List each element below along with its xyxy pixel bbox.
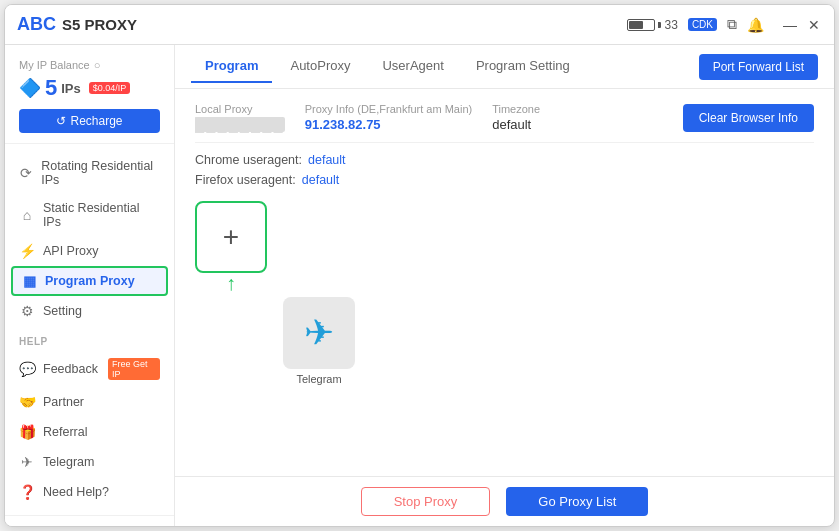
app-title: S5 PROXY	[62, 16, 137, 33]
sidebar-item-api[interactable]: ⚡ API Proxy	[5, 236, 174, 266]
sidebar-item-label: Feedback	[43, 362, 98, 376]
local-proxy-col: Local Proxy ████████	[195, 103, 285, 132]
bottom-bar: Stop Proxy Go Proxy List	[175, 476, 834, 526]
sidebar-item-program[interactable]: ▦ Program Proxy	[11, 266, 168, 296]
title-bar: ABC S5 PROXY 33 CDK ⧉ 🔔 — ✕	[5, 5, 834, 45]
port-forward-button[interactable]: Port Forward List	[699, 54, 818, 80]
bell-icon[interactable]: 🔔	[747, 17, 764, 33]
stop-proxy-button[interactable]: Stop Proxy	[361, 487, 491, 516]
ip-icon: 🔷	[19, 77, 41, 99]
programs-area: + ↑ ✈ Telegram	[195, 193, 814, 385]
sidebar-item-partner[interactable]: 🤝 Partner	[5, 387, 174, 417]
tab-right: Port Forward List	[699, 54, 818, 80]
recharge-icon: ↺	[56, 114, 66, 128]
green-arrow-icon: ↑	[226, 272, 236, 295]
free-get-ip-badge: Free Get IP	[108, 358, 160, 380]
go-proxy-list-button[interactable]: Go Proxy List	[506, 487, 648, 516]
timezone-label: Timezone	[492, 103, 540, 115]
battery-status: 33	[627, 18, 678, 32]
sidebar-item-label: Telegram	[43, 455, 94, 469]
telegram-icon: ✈	[19, 454, 35, 470]
sidebar-item-needhelp[interactable]: ❓ Need Help?	[5, 477, 174, 507]
tab-autoproxy[interactable]: AutoProxy	[276, 50, 364, 83]
main-layout: My IP Balance ○ 🔷 5 IPs $0.04/IP ↺ Recha…	[5, 45, 834, 526]
chrome-ua-value[interactable]: default	[308, 153, 346, 167]
chrome-ua-label: Chrome useragent:	[195, 153, 302, 167]
plus-icon: +	[223, 221, 239, 253]
telegram-program-item[interactable]: ✈ Telegram	[283, 297, 355, 385]
referral-icon: 🎁	[19, 424, 35, 440]
battery-fill	[629, 21, 643, 29]
clear-browser-button[interactable]: Clear Browser Info	[683, 104, 814, 132]
static-icon: ⌂	[19, 207, 35, 223]
cdk-badge[interactable]: CDK	[688, 18, 717, 31]
sidebar-item-setting[interactable]: ⚙ Setting	[5, 296, 174, 326]
app-window: ABC S5 PROXY 33 CDK ⧉ 🔔 — ✕	[4, 4, 835, 527]
tab-programsetting[interactable]: Program Setting	[462, 50, 584, 83]
firefox-ua-label: Firefox useragent:	[195, 173, 296, 187]
firefox-ua-value[interactable]: default	[302, 173, 340, 187]
sidebar-item-label: Program Proxy	[45, 274, 135, 288]
proxy-info-label: Proxy Info (DE,Frankfurt am Main)	[305, 103, 473, 115]
battery-level: 33	[665, 18, 678, 32]
tab-useragent[interactable]: UserAgent	[368, 50, 457, 83]
telegram-program-icon: ✈	[304, 312, 334, 354]
firefox-useragent-row: Firefox useragent: default	[195, 173, 814, 187]
refresh-icon[interactable]: ○	[94, 59, 101, 71]
tab-program[interactable]: Program	[191, 50, 272, 83]
sidebar-item-referral[interactable]: 🎁 Referral	[5, 417, 174, 447]
ip-unit: IPs	[61, 81, 81, 96]
sidebar: My IP Balance ○ 🔷 5 IPs $0.04/IP ↺ Recha…	[5, 45, 175, 526]
telegram-program-label: Telegram	[296, 373, 341, 385]
local-proxy-value: ████████	[195, 117, 285, 132]
sidebar-item-rotating[interactable]: ⟳ Rotating Residential IPs	[5, 152, 174, 194]
sidebar-item-feedback[interactable]: 💬 Feedback Free Get IP	[5, 351, 174, 387]
sidebar-item-label: Referral	[43, 425, 87, 439]
rotating-icon: ⟳	[19, 165, 33, 181]
api-icon: ⚡	[19, 243, 35, 259]
add-program-button[interactable]: +	[195, 201, 267, 273]
account-section: My IP Balance ○ 🔷 5 IPs $0.04/IP ↺ Recha…	[5, 45, 174, 144]
sidebar-item-label: Static Residential IPs	[43, 201, 160, 229]
titlebar-right: 33 CDK ⧉ 🔔 — ✕	[627, 16, 822, 33]
sidebar-item-telegram[interactable]: ✈ Telegram	[5, 447, 174, 477]
timezone-value: default	[492, 117, 540, 132]
battery-tip	[658, 22, 661, 28]
window-controls: — ✕	[782, 17, 822, 33]
local-proxy-label: Local Proxy	[195, 103, 285, 115]
minimize-button[interactable]: —	[782, 17, 798, 33]
price-badge: $0.04/IP	[89, 82, 131, 94]
setting-icon: ⚙	[19, 303, 35, 319]
sidebar-item-static[interactable]: ⌂ Static Residential IPs	[5, 194, 174, 236]
content-area: Program AutoProxy UserAgent Program Sett…	[175, 45, 834, 526]
proxy-info-row: Local Proxy ████████ Proxy Info (DE,Fran…	[195, 103, 814, 143]
logo-icon: ABC	[17, 14, 56, 35]
proxy-info-value: 91.238.82.75	[305, 117, 473, 132]
sidebar-item-label: Rotating Residential IPs	[41, 159, 160, 187]
partner-icon: 🤝	[19, 394, 35, 410]
timezone-col: Timezone default	[492, 103, 540, 132]
add-program-wrapper: + ↑	[195, 201, 267, 273]
program-icon: ▦	[21, 273, 37, 289]
battery-bar	[627, 19, 655, 31]
sidebar-item-label: Partner	[43, 395, 84, 409]
proxy-info-col: Proxy Info (DE,Frankfurt am Main) 91.238…	[305, 103, 473, 132]
help-icon: ❓	[19, 484, 35, 500]
nav-section: ⟳ Rotating Residential IPs ⌂ Static Resi…	[5, 144, 174, 515]
recharge-button[interactable]: ↺ Recharge	[19, 109, 160, 133]
sidebar-footer: www.abcproxy.com V1.2.1 状態：运行	[5, 515, 174, 526]
sidebar-item-label: Setting	[43, 304, 82, 318]
sidebar-item-label: Need Help?	[43, 485, 109, 499]
help-section-label: HELP	[5, 326, 174, 351]
battery-icon	[627, 19, 661, 31]
telegram-icon-box: ✈	[283, 297, 355, 369]
content-body: Local Proxy ████████ Proxy Info (DE,Fran…	[175, 89, 834, 476]
ip-count: 5	[45, 75, 57, 101]
app-logo: ABC S5 PROXY	[17, 14, 137, 35]
ip-balance-label: My IP Balance ○	[19, 59, 160, 71]
copy-icon[interactable]: ⧉	[727, 16, 737, 33]
ip-balance-value: 🔷 5 IPs $0.04/IP	[19, 75, 160, 101]
tab-bar: Program AutoProxy UserAgent Program Sett…	[175, 45, 834, 89]
feedback-icon: 💬	[19, 361, 35, 377]
close-button[interactable]: ✕	[806, 17, 822, 33]
